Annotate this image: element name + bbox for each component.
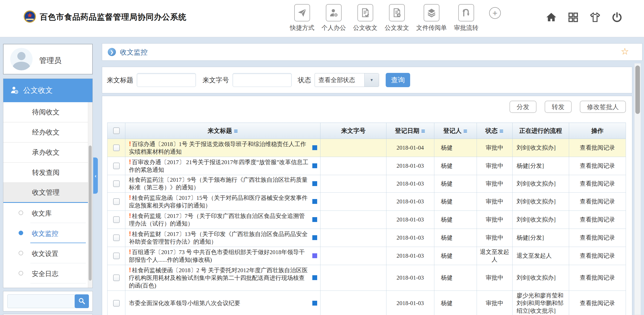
sidebar-menu-item[interactable]: 经办收文 [3,122,88,142]
view-approval-record-link[interactable]: 查看批阅记录 [569,247,626,265]
row-checkbox[interactable] [113,145,120,151]
modify-approver-button[interactable]: 修改签批人 [580,101,626,113]
add-shortcut-button[interactable] [489,7,501,19]
cell-title[interactable]: 桂食药监械便函〔2018〕2 号 关于委托对2012年度广西壮族自治区医疗机构医… [125,265,320,291]
view-approval-record-link[interactable]: 查看批阅记录 [569,229,626,247]
row-checkbox[interactable] [113,253,120,259]
doc-title-text[interactable]: 百综办通〔2018〕1号 关于报送党政领导班子和综治维稳责任人工作实绩档案材料的… [129,141,306,155]
cell-title[interactable]: 百综办通〔2018〕1号 关于报送党政领导班子和综治维稳责任人工作实绩档案材料的… [125,139,320,157]
toolbar-item-doc-receive[interactable]: 公文收文 [353,4,378,32]
filter-docno-input[interactable] [233,73,292,87]
apps-grid-icon[interactable] [568,12,579,23]
view-approval-record-link[interactable]: 查看批阅记录 [569,139,626,157]
cell-checkbox [108,265,125,291]
doc-title-text[interactable]: 市委全面深化改革领导小组第八次会议纪要 [129,300,240,306]
cell-title[interactable]: 百审改办通〔2017〕 21号关于报送2017年四季度“放管服”改革信息工作的紧… [125,157,320,175]
cell-title[interactable]: 桂食药监应急函〔2017〕15号（关于对药品和医疗器械安全突发事件应急预案相关内… [125,193,320,211]
query-button[interactable]: 查询 [386,73,410,87]
toolbar-item-circulation-sheet[interactable]: 文件传阅单 [416,4,447,32]
row-checkbox[interactable] [113,180,120,187]
view-approval-record-link[interactable]: 查看批阅记录 [569,291,626,315]
column-label: 来文字号 [341,127,366,134]
page-title-bar: 收文监控 [102,43,642,61]
row-checkbox[interactable] [113,300,120,307]
sort-icon[interactable] [463,128,468,134]
cell-title[interactable]: 桂食药监财〔2017〕13号（关于印发《广西壮族自治区食品药品安全补助资金管理暂… [125,229,320,247]
menu-search-input[interactable] [7,294,76,308]
sidebar-menu-item[interactable]: 转发查阅 [3,163,88,183]
select-all-checkbox[interactable] [113,127,120,134]
radio-icon[interactable] [19,231,23,235]
doc-title-text[interactable]: 百组通字〔2017〕73 号 中共百色市委组织部关于做好2018年领导干部报告个… [129,249,305,263]
cell-date: 2018-01-03 [386,229,434,247]
menu-search-button[interactable] [75,294,89,308]
favorite-star-icon[interactable] [621,46,629,57]
app-window: 百色市食品药品监督管理局协同办公系统 快捷方式 个人办公 公文收文 [0,0,644,315]
sidebar-scrollbar-thumb[interactable] [89,146,92,281]
sidebar-menu-item[interactable]: 承办收文 [3,142,88,163]
view-approval-record-link[interactable]: 查看批阅记录 [569,211,626,229]
doc-title-text[interactable]: 百审改办通〔2017〕 21号关于报送2017年四季度“放管服”改革信息工作的紧… [129,159,308,173]
sidebar-group-list: 待阅收文 经办收文 承办收文 转发查阅 收文管理 [3,102,92,203]
main-scrollbar[interactable] [634,63,641,315]
sort-icon[interactable] [421,128,425,134]
row-checkbox[interactable] [113,234,120,241]
power-logout-icon[interactable] [611,12,623,23]
main-scrollbar-thumb[interactable] [635,65,640,114]
chevron-down-icon[interactable] [364,73,379,87]
row-checkbox[interactable] [113,216,120,223]
row-checkbox[interactable] [113,198,120,205]
row-checkbox[interactable] [113,274,120,281]
sidebar-scrollbar[interactable] [88,102,92,288]
sidebar-section-doc-receive[interactable]: 公文收文 [3,79,92,102]
cell-title[interactable]: 桂食药监药注〔2017〕9号（关于颁布施行《广西壮族自治区壮药质量标准（第三卷）… [125,175,320,193]
cell-flow: 刘剑[收文拟办] [512,211,569,229]
sidebar-menu-item[interactable]: 收文管理 [3,183,88,203]
view-approval-record-link[interactable]: 查看批阅记录 [569,157,626,175]
sidebar-bottom-panel [3,314,93,315]
cell-checkbox [108,157,125,175]
sidebar-sub-item[interactable]: 安全日志 [3,263,88,283]
theme-shirt-icon[interactable] [589,12,601,23]
person-badge-icon [10,86,19,95]
radio-icon[interactable] [19,211,23,215]
status-select[interactable]: 查看全部状态 [315,73,379,87]
cell-title[interactable]: 百组通字〔2017〕73 号 中共百色市委组织部关于做好2018年领导干部报告个… [125,247,320,265]
sidebar-sub-item[interactable]: 收文库 [3,203,88,223]
table-row: 桂食药监应急函〔2017〕15号（关于对药品和医疗器械安全突发事件应急预案相关内… [108,193,626,211]
sidebar-sub-item[interactable]: 收文监控 [3,223,88,243]
toolbar-item-personal-office[interactable]: 个人办公 [321,4,346,32]
table-row: 桂食药监规〔2017〕7号（关于印发广西壮族自治区食品安全追溯管理办法（试行）的… [108,211,626,229]
view-approval-record-link[interactable]: 查看批阅记录 [569,175,626,193]
radio-icon[interactable] [19,271,23,275]
toolbar-item-shortcuts[interactable]: 快捷方式 [290,4,314,32]
doc-title-text[interactable]: 桂食药监财〔2017〕13号（关于印发《广西壮族自治区食品药品安全补助资金管理暂… [129,231,308,245]
sidebar-collapse-handle[interactable] [93,158,98,194]
filter-title-input[interactable] [137,73,196,87]
forward-button[interactable]: 转发 [545,101,572,113]
home-icon[interactable] [546,12,557,23]
cell-flow: 退文至发起人 [512,247,569,265]
toolbar-item-approval-flow[interactable]: 审批流转 [454,4,478,32]
cell-checkbox [108,193,125,211]
cell-title[interactable]: 桂食药监规〔2017〕7号（关于印发广西壮族自治区食品安全追溯管理办法（试行）的… [125,211,320,229]
cell-status: 审批中 [477,175,512,193]
cell-date: 2018-01-03 [386,247,434,265]
sort-icon[interactable] [234,128,238,134]
doc-title-text[interactable]: 桂食药监规〔2017〕7号（关于印发广西壮族自治区食品安全追溯管理办法（试行）的… [129,213,305,227]
view-approval-record-link[interactable]: 查看批阅记录 [569,193,626,211]
sort-icon[interactable] [499,128,504,134]
column-label: 正在进行的流程 [519,127,562,134]
doc-title-text[interactable]: 桂食药监药注〔2017〕9号（关于颁布施行《广西壮族自治区壮药质量标准（第三卷）… [129,177,308,191]
toolbar-item-doc-send[interactable]: 公文发文 [385,4,409,32]
row-checkbox[interactable] [113,163,120,169]
doc-title-text[interactable]: 桂食药监械便函〔2018〕2 号 关于委托对2012年度广西壮族自治区医疗机构医… [129,267,308,289]
cell-title[interactable]: 市委全面深化改革领导小组第八次会议纪要 [125,291,320,315]
doc-title-text[interactable]: 桂食药监应急函〔2017〕15号（关于对药品和医疗器械安全突发事件应急预案相关内… [129,195,308,209]
distribute-button[interactable]: 分发 [509,101,536,113]
sidebar-menu-item[interactable]: 待阅收文 [3,102,88,122]
view-approval-record-link[interactable]: 查看批阅记录 [569,265,626,291]
table-header-cell: 来文标题 [125,123,320,139]
sidebar-sub-item[interactable]: 收文设置 [3,243,88,263]
radio-icon[interactable] [19,251,23,255]
